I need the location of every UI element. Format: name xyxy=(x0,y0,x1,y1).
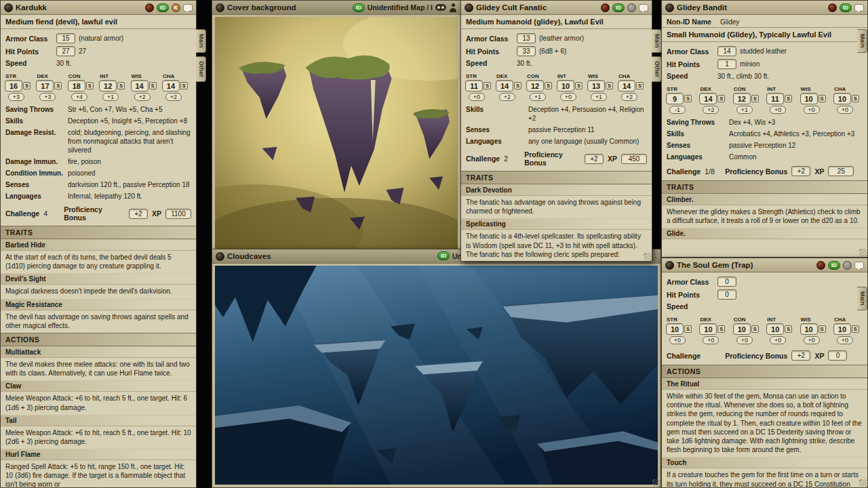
ability-mod[interactable]: +1 xyxy=(102,93,119,101)
ability-score[interactable]: 14 xyxy=(131,80,149,92)
letter-token-icon[interactable]: K xyxy=(172,3,180,12)
xp-value[interactable]: 450 xyxy=(621,154,647,164)
ability-mod[interactable]: +0 xyxy=(770,336,786,344)
ability-save-button[interactable]: S xyxy=(23,82,31,89)
ability-score[interactable]: 14 xyxy=(496,80,513,92)
side-tab[interactable]: Main xyxy=(857,287,867,310)
ability-save-button[interactable]: S xyxy=(852,325,859,333)
window-menu-icon[interactable] xyxy=(665,3,674,12)
ability-save-button[interactable]: S xyxy=(636,82,644,89)
map-image-floating-islands[interactable] xyxy=(215,17,458,249)
ability-save-button[interactable]: S xyxy=(785,325,792,333)
ability-save-button[interactable]: S xyxy=(751,95,759,102)
token-icon[interactable] xyxy=(601,3,610,12)
ability-save-button[interactable]: S xyxy=(818,325,826,333)
ability-score[interactable]: 10 xyxy=(766,323,784,335)
window-titlebar[interactable]: Cover background ID Unidentified Map / I xyxy=(212,1,460,15)
proficiency-value[interactable]: +2 xyxy=(791,350,810,361)
ability-mod[interactable]: +0 xyxy=(837,336,853,344)
ability-score[interactable]: 10 xyxy=(800,93,818,104)
window-menu-icon[interactable] xyxy=(4,3,13,12)
side-tab[interactable]: Main xyxy=(857,29,867,53)
xp-value[interactable]: 25 xyxy=(828,166,854,176)
ability-score[interactable]: 12 xyxy=(733,93,751,104)
ability-save-button[interactable]: S xyxy=(545,82,552,89)
resize-grip[interactable] xyxy=(859,479,867,487)
resize-grip[interactable] xyxy=(859,249,867,256)
window-menu-icon[interactable] xyxy=(665,261,674,270)
ability-mod[interactable]: +3 xyxy=(8,93,24,101)
proficiency-value[interactable]: +2 xyxy=(585,154,604,164)
hit-points-value[interactable]: 0 xyxy=(717,289,736,300)
ability-save-button[interactable]: S xyxy=(684,95,692,102)
hit-points-value[interactable]: 33 xyxy=(517,46,536,56)
map-image-blue-floating-rocks[interactable] xyxy=(215,266,658,485)
ability-score[interactable]: 12 xyxy=(99,80,117,92)
letter-token-icon[interactable] xyxy=(627,3,636,12)
ability-score[interactable]: 10 xyxy=(833,93,851,104)
ability-save-button[interactable]: S xyxy=(717,95,725,102)
ability-save-button[interactable]: S xyxy=(180,82,188,89)
ability-score[interactable]: 10 xyxy=(666,323,684,335)
ability-save-button[interactable]: S xyxy=(575,82,583,89)
hit-points-value[interactable]: 1 xyxy=(717,59,736,69)
ability-score[interactable]: 10 xyxy=(557,80,574,92)
ability-save-button[interactable]: S xyxy=(751,325,759,333)
ability-save-button[interactable]: S xyxy=(149,82,157,89)
ability-score[interactable]: 10 xyxy=(699,323,717,335)
ability-save-button[interactable]: S xyxy=(717,325,725,333)
ability-score[interactable]: 11 xyxy=(465,80,483,92)
ability-score[interactable]: 10 xyxy=(800,323,818,335)
vision-icon[interactable] xyxy=(435,4,446,11)
challenge-value[interactable]: 1/8 xyxy=(705,167,721,176)
window-menu-icon[interactable] xyxy=(216,252,224,261)
ability-save-button[interactable]: S xyxy=(684,325,692,333)
chat-icon[interactable] xyxy=(183,4,193,12)
proficiency-value[interactable]: +2 xyxy=(791,166,810,176)
ability-mod[interactable]: +3 xyxy=(39,93,56,101)
ability-mod[interactable]: +0 xyxy=(560,93,576,101)
xp-value[interactable]: 1100 xyxy=(165,209,191,219)
id-badge[interactable]: ID xyxy=(612,3,625,12)
ability-save-button[interactable]: S xyxy=(606,82,613,89)
window-titlebar[interactable]: Glidey Bandit ID xyxy=(662,1,867,15)
ability-save-button[interactable]: S xyxy=(484,82,491,89)
ability-score[interactable]: 18 xyxy=(68,80,85,92)
ability-save-button[interactable]: S xyxy=(785,95,792,102)
ability-mod[interactable]: +0 xyxy=(804,106,820,114)
ability-score[interactable]: 10 xyxy=(733,323,751,335)
ability-save-button[interactable]: S xyxy=(86,82,94,89)
ability-score[interactable]: 14 xyxy=(699,93,717,104)
ability-mod[interactable]: +1 xyxy=(530,93,546,101)
ability-mod[interactable]: +4 xyxy=(71,93,87,101)
ability-score[interactable]: 16 xyxy=(5,80,22,92)
armor-class-value[interactable]: 14 xyxy=(717,46,736,56)
ability-save-button[interactable]: S xyxy=(54,82,62,89)
ability-mod[interactable]: +0 xyxy=(669,336,686,344)
ability-mod[interactable]: +2 xyxy=(134,93,151,101)
side-tab[interactable]: Other xyxy=(196,56,206,82)
ability-mod[interactable]: +0 xyxy=(804,336,820,344)
side-tab[interactable]: Main xyxy=(196,29,206,53)
token-icon[interactable] xyxy=(816,261,825,270)
id-badge[interactable]: ID xyxy=(828,261,840,270)
token-icon[interactable] xyxy=(145,3,154,12)
ability-score[interactable]: 13 xyxy=(587,80,605,92)
armor-class-value[interactable]: 15 xyxy=(56,33,75,43)
challenge-value[interactable]: 2 xyxy=(504,155,520,163)
token-icon[interactable] xyxy=(828,3,837,12)
player-icon[interactable] xyxy=(449,3,457,12)
window-titlebar[interactable]: The Soul Gem (Trap) ID xyxy=(662,258,867,272)
hit-points-value[interactable]: 27 xyxy=(56,46,75,56)
window-titlebar[interactable]: Kardukk ID K xyxy=(1,1,196,15)
ability-mod[interactable]: +0 xyxy=(736,336,753,344)
armor-class-value[interactable]: 13 xyxy=(517,33,536,43)
ability-mod[interactable]: +2 xyxy=(165,93,182,101)
id-badge[interactable]: ID xyxy=(353,3,365,12)
window-titlebar[interactable]: Glidey Cult Fanatic ID xyxy=(461,1,652,15)
ability-score[interactable]: 14 xyxy=(162,80,180,92)
ability-mod[interactable]: +0 xyxy=(469,93,485,101)
ability-save-button[interactable]: S xyxy=(117,82,125,89)
xp-value[interactable]: 0 xyxy=(828,350,847,361)
nonid-value[interactable]: Glidey xyxy=(720,18,739,26)
